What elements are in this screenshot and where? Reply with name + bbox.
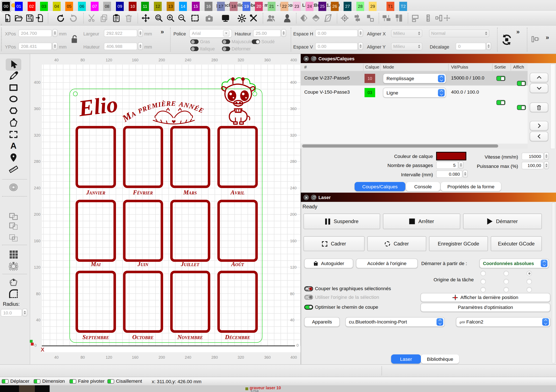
palette-chip[interactable]: 12: [154, 2, 162, 11]
more-tools-chevron[interactable]: »: [546, 34, 548, 41]
palette-chip[interactable]: 05: [65, 2, 73, 11]
palette-chip[interactable]: 19: [242, 2, 250, 11]
import-file-icon[interactable]: [35, 14, 44, 22]
align-edges-icon[interactable]: [353, 14, 362, 22]
job-origin-radio[interactable]: [503, 287, 509, 292]
optimization-settings-button[interactable]: Paramètres d'optimisation: [421, 303, 550, 312]
job-origin-radio[interactable]: [480, 271, 486, 276]
pan-view-icon[interactable]: [141, 14, 150, 22]
hauteur-input[interactable]: 406.988: [104, 43, 137, 50]
refresh-text-icon[interactable]: [501, 34, 512, 45]
decalage-stepper[interactable]: [486, 42, 491, 50]
hauteur-stepper[interactable]: [138, 42, 143, 50]
month-label[interactable]: Octobre: [132, 334, 154, 341]
month-label[interactable]: Juillet: [181, 261, 199, 268]
tab-laser[interactable]: Laser: [391, 354, 421, 364]
layer-mode-select[interactable]: Ligne: [383, 88, 446, 98]
palette-chip[interactable]: 13: [167, 2, 174, 11]
preview-window-icon[interactable]: [221, 14, 230, 22]
tool-measure[interactable]: [9, 165, 18, 174]
month-label[interactable]: Mars: [183, 189, 197, 196]
layer-show-toggle[interactable]: [517, 81, 526, 86]
radius-input[interactable]: 10.0: [1, 309, 22, 316]
device-select[interactable]: grblFalcon2: [456, 317, 550, 327]
palette-chip[interactable]: 09: [116, 2, 124, 11]
layer-name[interactable]: Coupe V-150-Passe3: [304, 89, 350, 95]
laser-panel-header[interactable]: Laser: [301, 193, 556, 202]
tool-polygon[interactable]: [9, 106, 18, 115]
cuts-panel-header[interactable]: Coupes/Calques: [301, 54, 556, 63]
move-toggle[interactable]: Déplacer: [2, 378, 29, 384]
palette-chip[interactable]: 22: [280, 2, 288, 11]
dimension-toggle[interactable]: Dimension: [34, 378, 65, 384]
tool-fillet-radius[interactable]: [9, 289, 18, 298]
close-icon[interactable]: [304, 56, 309, 61]
show-last-position-button[interactable]: Afficher la dernière position: [421, 293, 550, 302]
month-label[interactable]: Décembre: [225, 334, 250, 341]
tool-edit-nodes[interactable]: [9, 277, 18, 287]
use-selection-origin-toggle[interactable]: Utiliser l'origine de la sélection: [304, 294, 379, 300]
largeur-input[interactable]: 292.922: [104, 30, 137, 37]
aligner-y-select[interactable]: Milieu: [391, 43, 422, 50]
palette-chip[interactable]: 21: [268, 2, 276, 11]
month-label[interactable]: Avril: [231, 189, 245, 196]
photo-frame[interactable]: [123, 200, 163, 262]
tool-frame-region[interactable]: [9, 130, 18, 139]
month-label[interactable]: Juin: [138, 261, 148, 268]
palette-chip[interactable]: 15: [192, 2, 200, 11]
zoom-to-page-icon[interactable]: [154, 14, 163, 22]
palette-chip[interactable]: 00: [2, 2, 10, 11]
layer-output-toggle[interactable]: [496, 76, 505, 81]
job-origin-radio[interactable]: [526, 279, 532, 284]
goto-origin-button[interactable]: Accéder à l'origine: [356, 259, 418, 268]
new-file-icon[interactable]: [4, 14, 12, 22]
tool-position-marker[interactable]: [9, 153, 18, 162]
uppercase-toggle[interactable]: Majuscule: [222, 39, 252, 44]
italic-toggle[interactable]: Italique: [190, 46, 215, 51]
photo-frame[interactable]: [76, 126, 116, 188]
largeur-stepper[interactable]: [138, 29, 143, 37]
tool-boolean-union[interactable]: [9, 211, 18, 220]
undock-icon[interactable]: [311, 195, 316, 200]
run-gcode-button[interactable]: Exécuter GCode: [491, 236, 542, 251]
max-power-stepper[interactable]: [544, 161, 549, 169]
interval-stepper[interactable]: [463, 170, 468, 178]
radius-stepper[interactable]: [22, 309, 27, 316]
tool-select[interactable]: [9, 60, 18, 69]
multi-user-icon[interactable]: [267, 14, 275, 22]
cut-icon[interactable]: [87, 14, 96, 22]
tool-ellipse[interactable]: [9, 94, 18, 104]
delete-icon[interactable]: [124, 14, 133, 22]
xpos-input[interactable]: 204.700: [18, 30, 52, 37]
flip-horizontal-icon[interactable]: [312, 14, 320, 22]
palette-chip[interactable]: 03: [40, 2, 48, 11]
photo-frame[interactable]: [76, 271, 116, 333]
redo-icon[interactable]: [69, 14, 77, 22]
palette-chip[interactable]: 11: [141, 2, 149, 11]
same-height-icon[interactable]: [424, 14, 432, 22]
layer-move-up-button[interactable]: [530, 73, 548, 82]
stop-button[interactable]: Arrêter: [383, 214, 460, 229]
user-icon[interactable]: [283, 14, 291, 22]
palette-chip[interactable]: 24: [306, 2, 314, 11]
espace-v-input[interactable]: 0.00: [315, 43, 358, 50]
palette-chip[interactable]: 16: [205, 2, 212, 11]
interval-input[interactable]: 0.080: [436, 170, 462, 178]
ypos-input[interactable]: 208.431: [18, 43, 52, 50]
save-gcode-button[interactable]: Enregistrer GCode: [429, 236, 488, 251]
open-file-icon[interactable]: [14, 14, 23, 22]
settings-gear-icon[interactable]: [238, 14, 246, 22]
font-family-select[interactable]: Arial: [189, 29, 232, 38]
tool-offset[interactable]: [9, 183, 18, 192]
laser-panel-scrollbar[interactable]: [552, 202, 555, 363]
board-corner-hole[interactable]: [73, 92, 77, 96]
font-height-input[interactable]: 25.00: [253, 30, 281, 37]
frame-selection-icon[interactable]: [191, 14, 199, 22]
tool-edit-shape[interactable]: [9, 118, 18, 127]
tool-boolean-intersect[interactable]: [9, 233, 18, 242]
photo-frame[interactable]: [76, 200, 116, 262]
photo-frame[interactable]: [170, 200, 210, 262]
layer-unassign-button[interactable]: [530, 131, 548, 141]
tool-rectangle[interactable]: [9, 83, 18, 92]
job-origin-radio[interactable]: [526, 287, 532, 292]
